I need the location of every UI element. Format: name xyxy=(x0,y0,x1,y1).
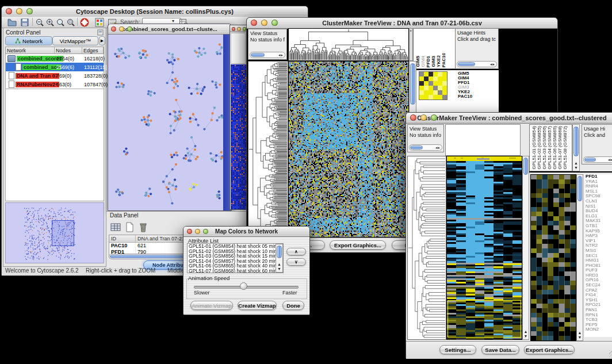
zoom-window-icon[interactable] xyxy=(127,26,132,32)
heatmap-cell[interactable] xyxy=(442,72,447,76)
settings-button[interactable]: Settings... xyxy=(439,345,476,354)
vizmapper-palette-icon[interactable] xyxy=(95,18,104,27)
heatmap-cell[interactable] xyxy=(433,72,438,76)
zoom-selected-icon[interactable] xyxy=(66,18,75,27)
open-file-icon[interactable] xyxy=(7,18,17,27)
heatmap-cell[interactable] xyxy=(419,72,424,76)
heatmap-cell[interactable] xyxy=(424,81,429,86)
treeview1-titlebar[interactable]: ClusterMaker TreeView : DNA and Tran 07-… xyxy=(247,18,557,29)
tv2-column-label[interactable]: GPL51-07 (GSM868) xyxy=(557,126,563,170)
heatmap-cell[interactable] xyxy=(429,81,433,86)
col-id[interactable]: ID xyxy=(109,235,136,242)
vscroll-thumb[interactable] xyxy=(410,63,415,105)
tv1-column-scroll-strip[interactable]: ▸ xyxy=(409,28,413,61)
background-network-window[interactable] xyxy=(230,25,247,210)
export-graphics-button[interactable]: Export Graphics... xyxy=(330,240,386,250)
heatmap-cell[interactable] xyxy=(429,86,433,90)
tv1-column-label[interactable]: PAC10 xyxy=(441,53,446,67)
new-attribute-icon[interactable] xyxy=(124,221,135,233)
heatmap-cell[interactable] xyxy=(442,76,447,81)
tv1-status-hscrollbar[interactable]: ◂▸ xyxy=(250,52,285,58)
help-lifering-icon[interactable] xyxy=(80,18,89,27)
heatmap-cell[interactable] xyxy=(433,76,438,81)
tv2-column-label[interactable]: GPL51-02 (GSM855) xyxy=(537,126,542,170)
network-canvas-viewport[interactable] xyxy=(108,35,223,210)
move-down-button[interactable]: ∨ xyxy=(286,258,306,266)
zoom-window-icon[interactable] xyxy=(431,114,437,121)
tv1-hints-hscrollbar[interactable]: ◂▸ xyxy=(457,61,497,67)
tv2-row-dendrogram[interactable] xyxy=(407,156,446,340)
heatmap-cell[interactable] xyxy=(438,95,442,99)
minimize-icon[interactable] xyxy=(16,8,22,14)
col-network[interactable]: Network xyxy=(6,47,55,53)
heatmap-cell[interactable] xyxy=(419,81,424,86)
close-icon[interactable] xyxy=(232,27,235,31)
save-icon[interactable] xyxy=(20,18,29,27)
cytoscape-titlebar[interactable]: Cytoscape Desktop (Session Name: collins… xyxy=(2,6,308,17)
col-edges[interactable]: Edges xyxy=(82,47,104,53)
hscroll-arrows[interactable]: ◂▸ xyxy=(435,145,441,150)
zoom-fit-icon[interactable] xyxy=(56,18,65,27)
network-canvas[interactable] xyxy=(108,35,223,210)
tv2-labels-vscrollbar[interactable]: ▲▼ xyxy=(572,124,580,171)
tv1-heatmap[interactable] xyxy=(288,61,409,237)
vscroll-thumb[interactable] xyxy=(577,176,582,201)
heatmap-cell[interactable] xyxy=(424,95,429,99)
heatmap-cell[interactable] xyxy=(438,81,442,86)
minimize-icon[interactable] xyxy=(237,27,240,31)
tv2-hints-hscrollbar[interactable]: ◂▸ xyxy=(583,156,612,163)
hscroll-arrows[interactable]: ◂▸ xyxy=(608,157,612,162)
hscroll-arrows[interactable]: ◂▸ xyxy=(490,62,495,67)
resize-grip[interactable] xyxy=(609,350,612,358)
minimize-icon[interactable] xyxy=(119,26,124,32)
tv1-column-label[interactable]: YKE2 xyxy=(436,55,441,67)
tv1-column-label[interactable]: GIM4 xyxy=(420,56,426,67)
tv2-column-dendrogram-area[interactable] xyxy=(445,124,521,156)
heatmap-cell[interactable] xyxy=(419,86,424,90)
heatmap-cell[interactable] xyxy=(429,72,433,76)
zoom-window-icon[interactable] xyxy=(26,8,33,14)
done-button[interactable]: Done xyxy=(282,301,304,310)
tv2-status-hscrollbar[interactable]: ◂▸ xyxy=(409,144,442,151)
tv2-column-label[interactable]: GPL51-04 (GSM857) xyxy=(547,126,552,170)
zoom-window-icon[interactable] xyxy=(271,20,278,26)
heatmap-cell[interactable] xyxy=(438,86,442,90)
heatmap-cell[interactable] xyxy=(433,90,438,95)
heatmap-cell[interactable] xyxy=(424,86,429,90)
tv2-gene-list[interactable]: PFD1YRA1RNR4MSL1SPC98CLN1NIS1BUD4ELG1MAK… xyxy=(584,174,612,337)
attribute-list[interactable]: GPL51-01 (GSM854) heat shock 05 minGPL51… xyxy=(187,243,284,273)
network-list-row[interactable]: combined_scores2764(0)16218(0) xyxy=(6,54,104,63)
gene-label[interactable]: MON2 xyxy=(586,327,612,332)
hscroll-thumb[interactable] xyxy=(251,53,265,57)
heatmap-cell[interactable] xyxy=(433,81,438,86)
network-view-titlebar[interactable]: combined_scores_good.txt--cluste... xyxy=(108,24,231,35)
tv1-row-dendrogram[interactable] xyxy=(248,61,288,237)
minimize-icon[interactable] xyxy=(420,114,427,121)
float-panel-icon[interactable] xyxy=(97,29,104,36)
heatmap-cell[interactable] xyxy=(424,90,429,95)
export-graphics-button[interactable]: Export Graphics... xyxy=(524,345,575,354)
tv1-column-label[interactable]: GIM3 xyxy=(431,56,436,67)
move-up-button[interactable]: ∧ xyxy=(286,248,306,255)
map-dialog-titlebar[interactable]: Map Colors to Network xyxy=(183,227,309,237)
attribute-list-vscrollbar[interactable]: ▲▼ xyxy=(276,244,283,273)
attribute-select-icon[interactable] xyxy=(110,221,121,233)
tv2-column-label[interactable]: GPL51-08 (GSM872) xyxy=(563,126,568,170)
tv2-column-label[interactable]: GPL51-03 (GSM856) xyxy=(542,126,547,170)
vscroll-thumb[interactable] xyxy=(573,127,579,156)
zoom-window-icon[interactable] xyxy=(203,229,208,234)
dense-network-canvas[interactable] xyxy=(231,64,247,209)
close-icon[interactable] xyxy=(251,20,257,26)
heatmap-cell[interactable] xyxy=(442,86,447,90)
close-icon[interactable] xyxy=(111,26,116,32)
tab-network[interactable]: Network xyxy=(5,36,52,45)
tv2-heatmap-vscrollbar[interactable]: ▲▼ xyxy=(522,156,529,340)
tv2-heatmap[interactable] xyxy=(446,156,522,340)
vscroll-thumb[interactable] xyxy=(277,246,282,258)
heatmap-cell[interactable] xyxy=(442,90,447,95)
heatmap-cell[interactable] xyxy=(419,90,424,95)
tv1-column-dendrogram[interactable] xyxy=(288,28,409,61)
vscroll-arrows[interactable]: ▲▼ xyxy=(573,161,579,170)
hscroll-thumb[interactable] xyxy=(410,145,423,150)
heatmap-cell[interactable] xyxy=(438,90,442,95)
